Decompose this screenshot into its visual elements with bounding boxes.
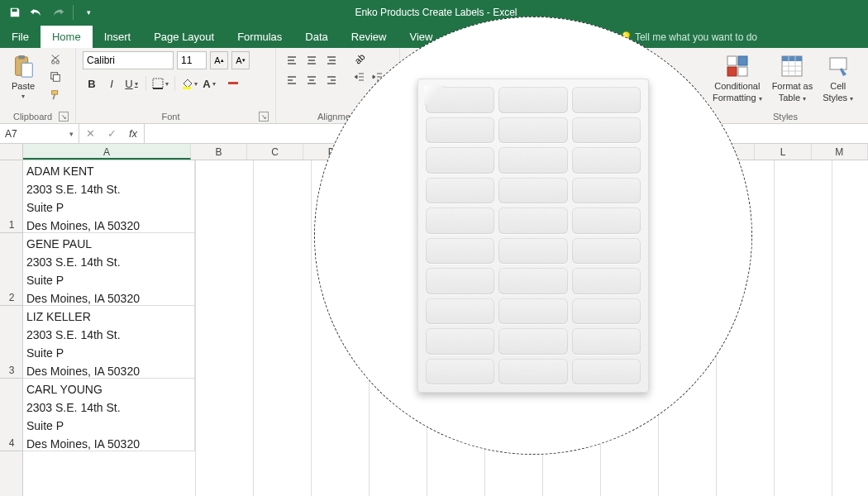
confirm-edit-button[interactable]: ✓ (101, 127, 122, 140)
label-sticker (498, 328, 567, 355)
copy-button[interactable] (48, 69, 63, 84)
font-launcher[interactable]: ↘ (259, 112, 269, 122)
cell-styles-icon (825, 53, 851, 79)
name-box-value: A7 (5, 128, 17, 140)
cell[interactable]: GENE PAUL 2303 S.E. 14th St. Suite P Des… (23, 233, 195, 306)
font-family-select[interactable] (83, 51, 174, 69)
svg-rect-27 (727, 56, 737, 65)
align-center-button[interactable] (303, 71, 321, 89)
tab-review[interactable]: Review (340, 26, 398, 48)
svg-rect-6 (153, 79, 163, 88)
cell-label-2: Styles (823, 93, 847, 103)
name-box[interactable]: A7 ▾ (0, 124, 79, 143)
title-bar: ▾ Enko Products Create Labels - Excel (0, 0, 868, 25)
align-left-button[interactable] (283, 71, 301, 89)
row-header[interactable]: 2 (0, 233, 23, 306)
window-title: Enko Products Create Labels - Excel (103, 7, 769, 18)
group-clipboard: Paste ▾ Clipboard ↘ (0, 48, 76, 123)
qat-customize-button[interactable]: ▾ (79, 3, 98, 21)
label-sticker (426, 207, 494, 234)
decrease-font-size-button[interactable]: A▾ (231, 51, 250, 69)
orientation-button[interactable]: ab (352, 51, 367, 66)
tab-insert[interactable]: Insert (93, 26, 143, 48)
increase-font-size-button[interactable]: A▴ (210, 51, 228, 69)
label-sticker (426, 268, 494, 294)
select-all-corner[interactable] (0, 144, 23, 160)
label-sticker (426, 147, 494, 174)
tab-file[interactable]: File (0, 26, 41, 48)
label-sticker (498, 87, 567, 113)
svg-rect-5 (52, 91, 58, 94)
cell[interactable]: ADAM KENT 2303 S.E. 14th St. Suite P Des… (23, 160, 195, 233)
group-font: A▴ A▾ B I U▾ ▾ ▾ A ▾ (76, 48, 276, 123)
label-sticker (572, 117, 641, 144)
cond-label-1: Conditional (714, 81, 760, 91)
align-right-button[interactable] (322, 71, 341, 89)
border-icon (152, 78, 164, 89)
label-sheet-overlay (314, 17, 752, 455)
bold-button[interactable]: B (83, 74, 101, 93)
table-icon (779, 53, 805, 79)
align-top-button[interactable] (283, 51, 301, 69)
column-header-A[interactable]: A (23, 144, 191, 160)
column-header-M[interactable]: M (812, 144, 868, 160)
group-styles: Conditional Formatting ▾ Format as Table… (703, 48, 868, 123)
conditional-formatting-button[interactable]: Conditional Formatting ▾ (709, 51, 765, 104)
cell-styles-button[interactable]: Cell Styles ▾ (819, 51, 856, 104)
svg-rect-1 (18, 55, 25, 60)
italic-button[interactable]: I (103, 74, 121, 93)
cell[interactable]: CARL YOUNG 2303 S.E. 14th St. Suite P De… (23, 379, 195, 451)
table-label-1: Format as (772, 81, 813, 91)
paste-label: Paste (12, 81, 35, 91)
label-sticker (426, 359, 494, 385)
clipboard-launcher[interactable]: ↘ (59, 112, 69, 122)
column-header-B[interactable]: B (191, 144, 247, 160)
label-sticker (498, 147, 567, 174)
qat-separator (73, 5, 74, 20)
label-sticker (572, 87, 641, 113)
label-sticker (426, 328, 494, 355)
align-bottom-button[interactable] (322, 51, 341, 69)
format-as-table-button[interactable]: Format as Table ▾ (769, 51, 817, 104)
svg-rect-4 (53, 74, 60, 81)
label-sticker (572, 207, 641, 234)
tab-formulas[interactable]: Formulas (226, 26, 293, 48)
label-sticker (498, 117, 567, 144)
paste-button[interactable]: Paste ▾ (7, 51, 40, 102)
row-header[interactable]: 3 (0, 306, 23, 379)
label-sticker (572, 238, 641, 265)
row-header[interactable]: 4 (0, 379, 23, 451)
paint-bucket-icon (181, 78, 193, 89)
tab-page-layout[interactable]: Page Layout (142, 26, 226, 48)
font-color-icon: A (203, 78, 210, 90)
save-button[interactable] (5, 3, 25, 21)
label-sticker (572, 359, 641, 385)
tab-data[interactable]: Data (293, 26, 339, 48)
cancel-edit-button[interactable]: ✕ (79, 127, 101, 140)
cell[interactable]: LIZ KELLER 2303 S.E. 14th St. Suite P De… (23, 306, 195, 379)
column-header-L[interactable]: L (755, 144, 811, 160)
column-header-C[interactable]: C (247, 144, 303, 160)
font-size-select[interactable] (177, 51, 207, 69)
tab-home[interactable]: Home (41, 26, 93, 48)
label-sticker (572, 147, 641, 174)
redo-button[interactable] (48, 3, 68, 21)
format-painter-button[interactable] (48, 88, 63, 103)
tell-me-label: Tell me what you want to do (635, 31, 757, 43)
svg-rect-8 (183, 87, 191, 89)
fill-color-button[interactable]: ▾ (180, 74, 198, 93)
cell-label-1: Cell (830, 81, 846, 91)
cond-label-2: Formatting (713, 93, 756, 103)
insert-function-button[interactable]: fx (122, 127, 144, 140)
font-color-button[interactable]: A ▾ (200, 74, 218, 93)
row-header[interactable]: 1 (0, 160, 23, 233)
border-button[interactable]: ▾ (151, 74, 169, 93)
cut-button[interactable] (48, 51, 63, 66)
decrease-indent-button[interactable] (352, 69, 367, 84)
undo-button[interactable] (26, 3, 46, 21)
label-sticker (572, 178, 641, 204)
align-middle-button[interactable] (303, 51, 321, 69)
label-sticker (426, 178, 494, 204)
underline-button[interactable]: U▾ (122, 74, 141, 93)
conditional-formatting-icon (724, 53, 751, 79)
